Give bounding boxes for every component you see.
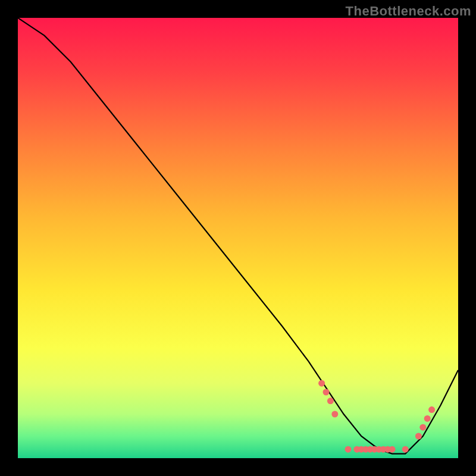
marker-point <box>323 389 330 396</box>
marker-point <box>428 406 435 413</box>
marker-point <box>402 446 409 453</box>
marker-point <box>327 397 334 404</box>
marker-point <box>419 424 426 431</box>
watermark-text: TheBottleneck.com <box>346 4 471 19</box>
marker-point <box>415 433 422 440</box>
chart-svg <box>18 18 458 458</box>
marker-point <box>424 415 431 422</box>
gradient-background <box>18 18 458 458</box>
chart-container: TheBottleneck.com <box>0 0 476 476</box>
marker-point <box>318 380 325 387</box>
plot-area <box>18 18 458 458</box>
marker-point <box>331 411 338 418</box>
marker-point <box>345 446 352 453</box>
marker-point <box>389 446 396 453</box>
